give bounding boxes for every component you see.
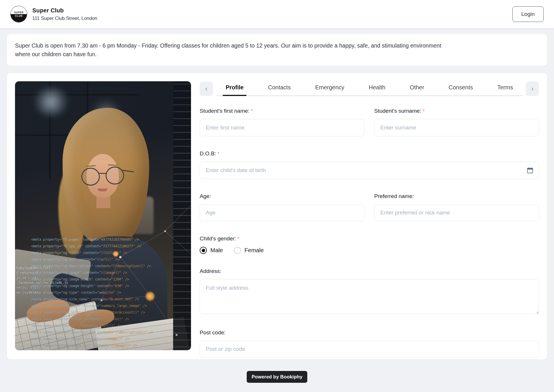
profile-form: ‹ Profile Contacts Emergency Health Othe…: [200, 81, 539, 351]
first-name-field-group: Student's first name:*: [200, 108, 364, 136]
required-asterisk: *: [237, 236, 239, 242]
preferred-name-input[interactable]: [374, 204, 539, 221]
tabs-prev-button[interactable]: ‹: [200, 82, 213, 96]
dob-input[interactable]: [200, 162, 539, 179]
info-banner-text: Super Club is open from 7.30 am - 6 pm M…: [15, 41, 451, 59]
dob-label: D.O.B:*: [200, 150, 539, 157]
surname-label-text: Student's surname:: [374, 108, 421, 114]
post-code-label: Post code:: [200, 329, 539, 336]
tab-profile[interactable]: Profile: [225, 81, 244, 95]
gender-option-female[interactable]: Female: [234, 247, 264, 254]
age-input[interactable]: [200, 204, 364, 221]
gender-label-text: Child's gender:: [200, 235, 236, 242]
club-logo-top-text: SUPER: [11, 6, 27, 14]
radio-selected-icon: [200, 247, 207, 254]
gender-option-male[interactable]: Male: [200, 247, 223, 254]
required-asterisk: *: [251, 108, 253, 114]
surname-input[interactable]: [374, 119, 539, 136]
tabs-strip: Profile Contacts Emergency Health Other …: [216, 81, 522, 96]
preferred-name-label: Preferred name:: [374, 193, 539, 199]
tab-health[interactable]: Health: [368, 81, 386, 95]
dob-label-text: D.O.B:: [200, 150, 216, 157]
post-code-label-text: Post code:: [200, 329, 226, 336]
required-asterisk: *: [423, 108, 425, 114]
surname-field-group: Student's surname:*: [374, 108, 539, 136]
address-textarea[interactable]: [200, 279, 539, 314]
address-label-text: Address:: [200, 268, 221, 274]
gender-radio-group: Male Female: [200, 247, 539, 254]
required-asterisk: *: [218, 151, 220, 157]
tab-contacts[interactable]: Contacts: [267, 81, 291, 95]
tabs-bar: ‹ Profile Contacts Emergency Health Othe…: [200, 81, 539, 96]
dob-field-group: D.O.B:*: [200, 150, 539, 179]
first-name-label-text: Student's first name:: [200, 108, 250, 114]
club-name: Super Club: [32, 7, 97, 14]
age-label: Age:: [200, 193, 364, 199]
gender-label: Child's gender:*: [200, 235, 539, 242]
photo-shade-overlay: [15, 81, 191, 350]
club-logo-bottom-text: CLUB: [11, 14, 27, 22]
address-label: Address:: [200, 268, 539, 274]
calendar-icon[interactable]: [526, 167, 534, 174]
preferred-name-label-text: Preferred name:: [374, 193, 414, 199]
address-field-group: Address:: [200, 268, 539, 315]
tab-other[interactable]: Other: [409, 81, 425, 95]
tab-emergency[interactable]: Emergency: [315, 81, 345, 95]
gender-female-label: Female: [244, 247, 264, 254]
registration-card: taByTagName(s)[0]; { return; } js.id = i…: [7, 73, 547, 359]
preferred-name-field-group: Preferred name:: [374, 193, 539, 221]
info-banner: Super Club is open from 7.30 am - 6 pm M…: [7, 34, 547, 66]
club-logo: SUPER CLUB: [10, 6, 27, 22]
post-code-input[interactable]: [200, 340, 539, 358]
chevron-left-icon: ‹: [205, 85, 207, 93]
app-header: SUPER CLUB Super Club 111 Super Club Str…: [0, 0, 554, 28]
header-text: Super Club 111 Super Club Street, London: [32, 7, 97, 21]
login-button[interactable]: Login: [512, 6, 544, 22]
tab-terms[interactable]: Terms: [497, 81, 514, 95]
gender-field-group: Child's gender:* Male Female: [200, 235, 539, 254]
club-address: 111 Super Club Street, London: [32, 16, 97, 21]
first-name-label: Student's first name:*: [200, 108, 364, 114]
gender-male-label: Male: [210, 247, 223, 254]
radio-unselected-icon: [234, 247, 241, 254]
tab-consents[interactable]: Consents: [448, 81, 474, 95]
age-field-group: Age:: [200, 193, 364, 221]
chevron-right-icon: ›: [531, 85, 534, 93]
hero-photo: taByTagName(s)[0]; { return; } js.id = i…: [15, 81, 191, 350]
age-label-text: Age:: [200, 193, 211, 199]
surname-label: Student's surname:*: [374, 108, 539, 114]
post-code-field-group: Post code:: [200, 329, 539, 358]
powered-by-badge[interactable]: Powered by Bookiphy: [247, 371, 307, 383]
first-name-input[interactable]: [200, 119, 364, 136]
tabs-next-button[interactable]: ›: [526, 82, 539, 96]
